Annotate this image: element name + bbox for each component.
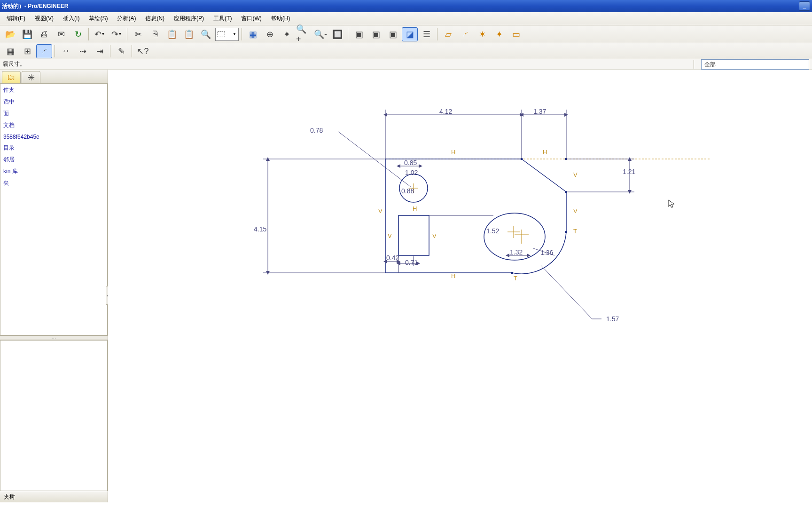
tool-axes-button[interactable]: ⊕ bbox=[262, 27, 278, 41]
svg-text:H: H bbox=[451, 149, 455, 156]
svg-text:0.71: 0.71 bbox=[405, 259, 418, 266]
dimension-icon: ↔ bbox=[62, 46, 70, 56]
copy-button[interactable]: ⎘ bbox=[147, 27, 163, 41]
wireframe-button[interactable]: ▣ bbox=[351, 27, 367, 41]
zoom-fit-button[interactable]: 🔲 bbox=[329, 27, 345, 41]
favorites-tab[interactable]: ✳ bbox=[22, 71, 40, 83]
list-item[interactable]: 文档 bbox=[0, 119, 107, 131]
sketch-dim-button[interactable]: ↔ bbox=[58, 44, 74, 58]
zoom-out-button[interactable]: 🔍- bbox=[312, 27, 328, 41]
navigator-panel: 🗂 ✳ 件夹 话中 面 文档 3588f642b45e 目录 邻居 kin 库 … bbox=[0, 70, 108, 502]
paste-icon: 📋 bbox=[167, 29, 177, 40]
undo-button[interactable]: ↶▼ bbox=[92, 27, 108, 41]
svg-text:0.88: 0.88 bbox=[401, 187, 414, 195]
hidden-line-icon: ▣ bbox=[372, 29, 380, 40]
hidden-line-button[interactable]: ▣ bbox=[368, 27, 384, 41]
redo-icon: ↷ bbox=[111, 29, 118, 40]
svg-text:T: T bbox=[573, 228, 577, 235]
copy-icon: ⎘ bbox=[153, 29, 158, 39]
list-item[interactable]: 话中 bbox=[0, 96, 107, 108]
shaded-button[interactable]: ◪ bbox=[402, 27, 418, 41]
filter-value: 全部 bbox=[704, 61, 716, 68]
graphics-area[interactable]: 4.12 1.37 0.78 bbox=[108, 70, 812, 502]
menu-edit[interactable]: 编辑(E) bbox=[2, 13, 30, 24]
constraints-icon: ⟋ bbox=[40, 46, 48, 56]
selection-filter[interactable]: 全部 bbox=[701, 59, 809, 70]
shaded-icon: ◪ bbox=[406, 29, 414, 40]
find-button[interactable]: 🔍 bbox=[198, 27, 214, 41]
annotation-button[interactable]: ▭ bbox=[508, 27, 524, 41]
regenerate-button[interactable]: ↻ bbox=[70, 27, 86, 41]
svg-rect-38 bbox=[398, 215, 429, 255]
lower-panel bbox=[0, 340, 108, 492]
layers-icon: ☰ bbox=[423, 29, 430, 40]
sketch-dim-ref-button[interactable]: ⇥ bbox=[92, 44, 108, 58]
minimize-button[interactable]: _ bbox=[799, 1, 810, 11]
sketch-tool-button[interactable]: ✎ bbox=[113, 44, 129, 58]
svg-text:1.21: 1.21 bbox=[623, 168, 635, 175]
datum-point-button[interactable]: ✶ bbox=[474, 27, 490, 41]
layers-button[interactable]: ☰ bbox=[419, 27, 435, 41]
svg-text:0.42: 0.42 bbox=[386, 254, 399, 262]
folders-icon: 🗂 bbox=[7, 72, 16, 82]
datum-axis-button[interactable]: ⟋ bbox=[457, 27, 473, 41]
datum-csys-button[interactable]: ✦ bbox=[491, 27, 507, 41]
svg-text:0.78: 0.78 bbox=[310, 127, 323, 134]
menu-tools[interactable]: 工具(T) bbox=[209, 13, 236, 24]
orient-icon: ▦ bbox=[7, 46, 15, 56]
list-item[interactable]: 面 bbox=[0, 108, 107, 119]
print-button[interactable]: 🖨 bbox=[36, 27, 52, 41]
folder-tree-label[interactable]: 夹树 bbox=[0, 491, 108, 502]
star-icon: ✳ bbox=[28, 72, 35, 83]
list-item[interactable]: kin 库 bbox=[0, 166, 107, 177]
sketch-orient-button[interactable]: ▦ bbox=[2, 44, 18, 58]
paste-special-button[interactable]: 📋 bbox=[181, 27, 197, 41]
paste-special-icon: 📋 bbox=[184, 29, 194, 40]
svg-rect-18 bbox=[521, 158, 523, 160]
list-item[interactable]: 件夹 bbox=[0, 84, 107, 96]
save-button[interactable]: 💾 bbox=[19, 27, 35, 41]
tool-grid-button[interactable]: ▦ bbox=[245, 27, 261, 41]
list-item[interactable]: 目录 bbox=[0, 142, 107, 154]
datum-plane-button[interactable]: ▱ bbox=[440, 27, 456, 41]
whats-this-button[interactable]: ↖? bbox=[135, 44, 151, 58]
menu-help[interactable]: 帮助(H) bbox=[266, 13, 295, 24]
paste-button[interactable]: 📋 bbox=[164, 27, 180, 41]
zoom-in-button[interactable]: 🔍+ bbox=[296, 27, 312, 41]
folder-list[interactable]: 件夹 话中 面 文档 3588f642b45e 目录 邻居 kin 库 夹 bbox=[0, 84, 108, 335]
redo-button[interactable]: ↷▼ bbox=[109, 27, 125, 41]
panel-splitter[interactable]: ··· bbox=[0, 335, 108, 340]
svg-text:V: V bbox=[378, 207, 383, 214]
sketch-constraints-display-button[interactable]: ⟋ bbox=[36, 44, 52, 58]
mail-button[interactable]: ✉ bbox=[53, 27, 69, 41]
svg-text:4.12: 4.12 bbox=[439, 108, 452, 115]
svg-text:H: H bbox=[543, 149, 547, 156]
menu-insert[interactable]: 插入(I) bbox=[58, 13, 84, 24]
no-hidden-button[interactable]: ▣ bbox=[385, 27, 401, 41]
cut-button[interactable]: ✂ bbox=[130, 27, 146, 41]
svg-rect-16 bbox=[565, 231, 567, 233]
tool-spin-button[interactable]: ✦ bbox=[279, 27, 295, 41]
menu-view[interactable]: 视图(V) bbox=[30, 13, 58, 24]
refresh-icon: ↻ bbox=[75, 29, 82, 40]
selection-filter-dropdown[interactable]: ▼ bbox=[215, 28, 239, 41]
menu-application[interactable]: 应用程序(P) bbox=[169, 13, 209, 24]
no-hidden-icon: ▣ bbox=[389, 29, 397, 40]
folder-browser-tab[interactable]: 🗂 bbox=[2, 71, 21, 83]
menu-window[interactable]: 窗口(W) bbox=[236, 13, 266, 24]
svg-text:4.15: 4.15 bbox=[254, 225, 266, 233]
menu-sketch[interactable]: 草绘(S) bbox=[84, 13, 112, 24]
sketch-grid-button[interactable]: ⊞ bbox=[19, 44, 35, 58]
annotation-icon: ▭ bbox=[512, 29, 520, 40]
open-button[interactable]: 📂 bbox=[2, 27, 18, 41]
menu-analysis[interactable]: 分析(A) bbox=[112, 13, 141, 24]
list-item[interactable]: 邻居 bbox=[0, 154, 107, 166]
menu-info[interactable]: 信息(N) bbox=[141, 13, 169, 24]
list-item[interactable]: 夹 bbox=[0, 177, 107, 189]
binoculars-icon: 🔍 bbox=[201, 29, 211, 40]
list-item[interactable]: 3588f642b45e bbox=[0, 131, 107, 142]
svg-text:0.85: 0.85 bbox=[404, 159, 417, 167]
sketch-dim-weak-button[interactable]: ⇢ bbox=[75, 44, 91, 58]
title-bar: 活动的）- Pro/ENGINEER _ bbox=[0, 0, 812, 12]
svg-text:1.32: 1.32 bbox=[510, 248, 523, 256]
